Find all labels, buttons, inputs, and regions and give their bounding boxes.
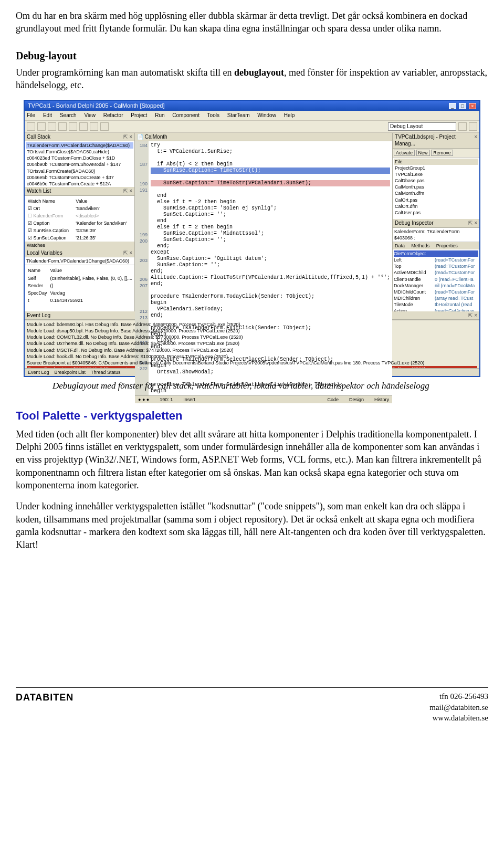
intro-paragraph: Om du har en bra skärm med hög upplösnin… (16, 9, 488, 35)
window-controls: _ □ × (448, 102, 476, 110)
activate-button[interactable]: Activate (394, 150, 415, 156)
callstack-row[interactable]: TOrtsval.FormCreate($ADAC60) (26, 168, 133, 174)
inspector-title: Debug Inspector (395, 219, 433, 227)
project-tree[interactable]: File ProjectGroup1 TVPCal1.exe CalDbase.… (393, 158, 479, 219)
watches-tab[interactable]: Watches (27, 243, 45, 248)
toolbar-button-icon[interactable] (69, 122, 77, 131)
cursor-pos: 190: 1 (160, 396, 173, 403)
history-tab[interactable]: History (374, 396, 389, 403)
layout-combo[interactable] (388, 122, 456, 131)
debug-heading: Debug-layout (16, 49, 488, 63)
minimize-icon[interactable]: _ (449, 103, 456, 109)
brand-logo: DATABITEN (16, 691, 74, 704)
locals-scope: TKalenderForm.VPCalendar1Change($ADAC60) (25, 257, 134, 265)
inspector-tab[interactable]: Properties (436, 243, 458, 248)
page-footer: DATABITEN tfn 026-256493 mail@databiten.… (16, 687, 488, 734)
inspector-panel[interactable]: OleFormObject Left(read=TCustomForTop(re… (393, 249, 479, 311)
toolbar-button-icon[interactable] (27, 122, 35, 131)
window-title: TVPCal1 - Borland Delphi 2005 - CalMonth… (28, 102, 164, 110)
toolpalette-p2: Under kodning innehåller verktygspalette… (16, 500, 488, 551)
project-title: TVPCal1.bdsproj - Project Manag... (395, 133, 474, 148)
debug-paragraph: Under programkörning kan man automatiskt… (16, 66, 488, 92)
menu-item[interactable]: Window (257, 112, 276, 118)
locals-panel[interactable]: NameValue Self(csInheritable], False, Fa… (25, 265, 134, 311)
code-tab[interactable]: Code (328, 396, 339, 403)
inspector-tab[interactable]: Methods (412, 243, 430, 248)
insert-mode: Insert (183, 396, 195, 403)
menu-item[interactable]: Project (131, 112, 147, 118)
menu-item[interactable]: View (84, 112, 96, 118)
toolbar-button-icon[interactable] (469, 122, 477, 131)
panel-close-icon[interactable]: ⇱ × (123, 187, 132, 195)
ide-screenshot: TVPCal1 - Borland Delphi 2005 - CalMonth… (24, 100, 480, 377)
bottom-tab[interactable]: Event Log (28, 369, 49, 375)
bottom-tab[interactable]: Thread Status (91, 369, 121, 375)
toolbar-button-icon[interactable] (37, 122, 46, 131)
callstack-row[interactable]: TKalenderForm.VPCalendar1Change($ADAC60) (26, 142, 133, 149)
callstack-row[interactable]: c004b90b TCustomForm.ShowModal + $147 (26, 161, 133, 168)
bottom-tab[interactable]: Breakpoint List (55, 369, 86, 375)
callstack-row[interactable]: TOrtsval.FormClose($ADAC60,caHide) (26, 149, 133, 155)
toolpalette-heading: Tool Palette - verktygspaletten (16, 408, 488, 424)
menu-item[interactable]: Search (60, 112, 77, 118)
menu-item[interactable]: Component (172, 112, 200, 118)
inspector-scope: KalenderForm: TKalenderForm $403068 : (393, 228, 479, 242)
menubar: File Edit Search View Refactor Project R… (25, 111, 479, 121)
toolbar-button-icon[interactable] (100, 122, 109, 131)
new-button[interactable]: New (416, 150, 430, 156)
panel-close-icon[interactable]: ⇱ × (468, 312, 477, 319)
toolbar-button-icon[interactable] (90, 122, 98, 131)
toolpalette-p1: Med tiden (och allt fler komponenter) bl… (16, 428, 488, 491)
panel-close-icon[interactable]: ⇱ × (468, 219, 477, 227)
window-titlebar: TVPCal1 - Borland Delphi 2005 - CalMonth… (25, 101, 479, 111)
callstack-title: Call Stack (27, 133, 50, 141)
toolbar-button-icon[interactable] (79, 122, 88, 131)
watch-panel[interactable]: Watch NameValue ☑ Ort'Sandviken' ☐ Kalen… (25, 196, 134, 242)
remove-button[interactable]: Remove (431, 150, 453, 156)
design-tab[interactable]: Design (349, 396, 364, 403)
toolbar-button-icon[interactable] (48, 122, 56, 131)
panel-close-icon[interactable]: × (474, 133, 477, 148)
menu-item[interactable]: File (27, 112, 35, 118)
maximize-icon[interactable]: □ (459, 103, 466, 109)
figure-caption: Debuglayout med fönster för call stack, … (52, 380, 488, 392)
inspector-tab[interactable]: Data (395, 243, 405, 248)
panel-close-icon[interactable]: ⇱ × (123, 249, 132, 257)
editor-tab[interactable]: CalMonth (145, 134, 167, 140)
menu-item[interactable]: Help (284, 112, 295, 118)
eventlog-title: Event Log (27, 312, 50, 319)
menu-item[interactable]: StarTeam (227, 112, 250, 118)
menu-item[interactable]: Edit (43, 112, 52, 118)
menu-item[interactable]: Tools (207, 112, 219, 118)
callstack-row[interactable]: c0046e5b TCustomForm.DoCreate + $37 (26, 174, 133, 181)
locals-title: Local Variables (27, 249, 62, 257)
callstack-panel[interactable]: TKalenderForm.VPCalendar1Change($ADAC60)… (25, 141, 134, 187)
menu-item[interactable]: Run (155, 112, 164, 118)
callstack-row[interactable]: c0046b9e TCustomForm.Create + $12A (26, 181, 133, 187)
callstack-row[interactable]: c004023ed TCustomForm.DoClose + $1D (26, 155, 133, 161)
toolbar-button-icon[interactable] (58, 122, 67, 131)
menu-item[interactable]: Refactor (103, 112, 123, 118)
contact-block: tfn 026-256493 mail@databiten.se www.dat… (429, 691, 488, 723)
watch-title: Watch List (27, 187, 51, 195)
toolbar-button-icon[interactable] (458, 122, 467, 131)
toolbar (25, 121, 479, 133)
panel-close-icon[interactable]: ⇱ × (123, 133, 132, 141)
close-icon[interactable]: × (469, 103, 476, 109)
